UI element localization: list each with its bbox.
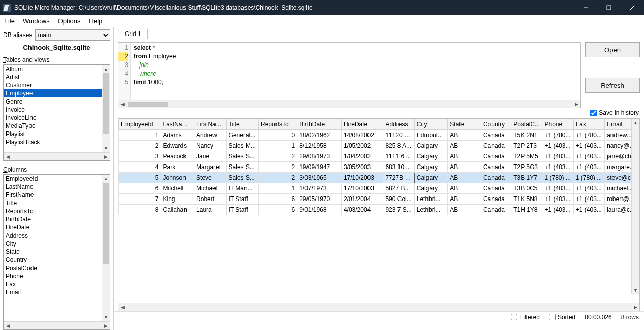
table-item[interactable]: Customer <box>4 81 110 89</box>
table-row[interactable]: 7KingRobertIT Staff629/05/19702/01/20045… <box>119 194 639 205</box>
menu-file[interactable]: File <box>4 17 15 25</box>
cell[interactable]: Laura <box>194 205 226 215</box>
cell[interactable]: 1 (780) ... <box>542 173 573 183</box>
cell[interactable]: Mitchell <box>161 183 194 194</box>
cell[interactable]: 0 <box>259 130 297 141</box>
cell[interactable]: AB <box>448 151 481 162</box>
cell[interactable]: 923 7 S... <box>383 205 414 215</box>
column-header[interactable]: State <box>448 119 481 130</box>
column-header[interactable]: PostalC... <box>511 119 542 130</box>
filtered-checkbox[interactable] <box>511 314 517 320</box>
column-header[interactable]: LastNa... <box>161 119 194 130</box>
cell[interactable]: +1 (403... <box>573 141 604 151</box>
table-item[interactable]: Artist <box>4 73 110 81</box>
cell[interactable]: +1 (780... <box>573 130 604 141</box>
cell[interactable]: 7 <box>119 194 161 205</box>
cell[interactable]: 1 <box>119 130 161 141</box>
db-alias-select[interactable]: main <box>35 29 110 41</box>
cell[interactable]: 3 <box>119 151 161 162</box>
cell[interactable]: T2P 2T3 <box>511 141 542 151</box>
cell[interactable]: IT Man... <box>226 183 258 194</box>
cell[interactable]: +1 (403... <box>542 205 573 215</box>
cell[interactable]: +1 (403... <box>573 151 604 162</box>
cell[interactable]: 8/12/1958 <box>297 141 342 151</box>
cell[interactable]: Johnson <box>161 173 194 183</box>
cell[interactable]: 11120 J... <box>383 130 414 141</box>
cell[interactable]: Park <box>161 162 194 173</box>
cell[interactable]: 6 <box>259 205 297 215</box>
cell[interactable]: AB <box>448 183 481 194</box>
cell[interactable]: 683 10 ... <box>383 162 414 173</box>
cell[interactable]: King <box>161 194 194 205</box>
column-header[interactable]: ReportsTo <box>259 119 297 130</box>
maximize-button[interactable] <box>597 0 621 15</box>
cell[interactable]: T3B 0C5 <box>511 183 542 194</box>
cell[interactable]: 1/05/2002 <box>341 141 383 151</box>
cell[interactable]: +1 (403... <box>573 194 604 205</box>
table-row[interactable]: 4ParkMargaretSales S...219/09/19473/05/2… <box>119 162 639 173</box>
tables-hscroll[interactable]: ◀▶ <box>4 152 110 160</box>
cell[interactable]: Sales M... <box>226 141 258 151</box>
column-item[interactable]: HireDate <box>4 223 110 232</box>
table-row[interactable]: 8CallahanLauraIT Staff69/01/19684/03/200… <box>119 205 639 215</box>
table-row[interactable]: 6MitchellMichaelIT Man...11/07/197317/10… <box>119 183 639 194</box>
cell[interactable]: 6 <box>119 183 161 194</box>
tables-listbox[interactable]: AlbumArtistCustomerEmployeeGenreInvoiceI… <box>3 64 110 161</box>
cell[interactable]: 29/05/1970 <box>297 194 342 205</box>
table-row[interactable]: 1AdamsAndrewGeneral...018/02/196214/08/2… <box>119 130 639 141</box>
cell[interactable]: Canada <box>481 183 511 194</box>
cell[interactable]: IT Staff <box>226 205 258 215</box>
cell[interactable]: 825 8 A... <box>383 141 414 151</box>
cell[interactable]: Robert <box>194 194 226 205</box>
cell[interactable]: Calgary <box>414 141 448 151</box>
column-item[interactable]: LastName <box>4 183 110 191</box>
cell[interactable]: Andrew <box>194 130 226 141</box>
cell[interactable]: 4 <box>119 162 161 173</box>
cell[interactable]: Canada <box>481 130 511 141</box>
cell[interactable]: General... <box>226 130 258 141</box>
column-item[interactable]: Country <box>4 256 110 264</box>
cell[interactable]: T2P 5M5 <box>511 151 542 162</box>
table-item[interactable]: Genre <box>4 97 110 106</box>
column-header[interactable]: Address <box>383 119 414 130</box>
cell[interactable]: AB <box>448 173 481 183</box>
cell[interactable]: 7727B 4... <box>383 173 414 183</box>
column-header[interactable]: Title <box>226 119 258 130</box>
cell[interactable]: 14/08/2002 <box>341 130 383 141</box>
column-header[interactable]: Fax <box>573 119 604 130</box>
cell[interactable]: Margaret <box>194 162 226 173</box>
editor-hscroll[interactable]: ◀▶ <box>118 100 580 108</box>
cell[interactable]: Lethbri... <box>414 194 448 205</box>
column-header[interactable]: FirstNa... <box>194 119 226 130</box>
cell[interactable]: 2 <box>259 151 297 162</box>
cell[interactable]: Calgary <box>414 183 448 194</box>
cell[interactable]: 2 <box>119 141 161 151</box>
menu-help[interactable]: Help <box>89 17 103 25</box>
column-item[interactable]: Fax <box>4 280 110 288</box>
column-item[interactable]: State <box>4 248 110 256</box>
cell[interactable]: 5827 B... <box>383 183 414 194</box>
cell[interactable]: Lethbri... <box>414 205 448 215</box>
cell[interactable]: Canada <box>481 194 511 205</box>
cell[interactable]: +1 (403... <box>542 141 573 151</box>
cell[interactable]: 4/03/2004 <box>341 205 383 215</box>
cell[interactable]: 1 <box>259 141 297 151</box>
table-item[interactable]: PlaylistTrack <box>4 138 110 146</box>
cell[interactable]: 5 <box>119 173 161 183</box>
table-row[interactable]: 2EdwardsNancySales M...18/12/19581/05/20… <box>119 141 639 151</box>
cell[interactable]: 1 <box>259 183 297 194</box>
column-item[interactable]: Email <box>4 288 110 296</box>
table-item[interactable]: Playlist <box>4 130 110 138</box>
save-history-checkbox[interactable] <box>590 110 597 116</box>
cell[interactable]: +1 (780... <box>542 130 573 141</box>
cell[interactable]: Edmont... <box>414 130 448 141</box>
cell[interactable]: 3/05/2003 <box>341 162 383 173</box>
cell[interactable]: 1111 6 ... <box>383 151 414 162</box>
column-item[interactable]: City <box>4 240 110 248</box>
cell[interactable]: +1 (403... <box>573 183 604 194</box>
cell[interactable]: T3B 1Y7 <box>511 173 542 183</box>
cell[interactable]: 17/10/2003 <box>341 173 383 183</box>
cell[interactable]: Canada <box>481 162 511 173</box>
cell[interactable]: Jane <box>194 151 226 162</box>
cell[interactable]: 1 (780) ... <box>573 173 604 183</box>
